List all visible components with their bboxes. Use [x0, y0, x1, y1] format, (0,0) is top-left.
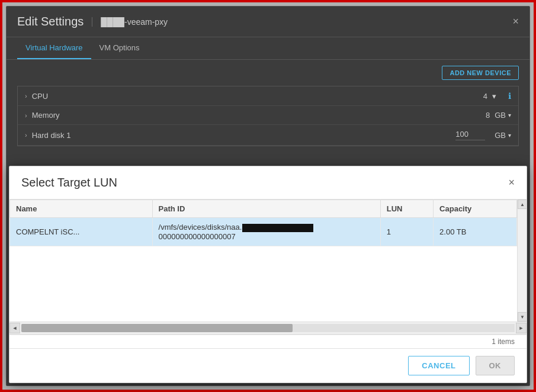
cpu-value: 4	[483, 92, 487, 101]
col-capacity: Capacity	[434, 200, 517, 218]
select-target-lun-footer: CANCEL OK	[9, 348, 527, 383]
hardware-table: › CPU 4 ▾ ℹ › Memory 8 GB ▾ › Hard disk …	[17, 86, 519, 146]
items-count: 1 items	[9, 335, 527, 348]
table-scroll-area: Name Path ID LUN Capacity COMPELNT iSC..…	[9, 200, 517, 322]
path-id-redacted	[242, 224, 313, 232]
memory-value: 8	[486, 111, 490, 120]
edit-settings-tabs: Virtual Hardware VM Options	[7, 37, 529, 60]
scroll-right-button[interactable]: ►	[516, 323, 527, 333]
add-new-device-button[interactable]: ADD NEW DEVICE	[442, 66, 519, 80]
col-name: Name	[10, 200, 153, 218]
select-target-lun-close-icon[interactable]: ×	[508, 176, 515, 189]
edit-settings-subtitle: ████-veeam-pxy	[92, 17, 168, 27]
memory-label: Memory	[32, 111, 486, 120]
row-lun: 1	[380, 218, 433, 246]
red-border-left	[0, 0, 2, 392]
cpu-row: › CPU 4 ▾ ℹ	[18, 86, 518, 106]
scroll-down-button[interactable]: ▼	[518, 312, 527, 322]
hard-disk-expand-icon[interactable]: ›	[25, 131, 27, 139]
hard-disk-unit-arrow: ▾	[508, 132, 511, 139]
cpu-expand-icon[interactable]: ›	[25, 92, 27, 99]
cancel-button[interactable]: CANCEL	[408, 356, 469, 375]
cpu-info-icon: ℹ	[508, 91, 511, 101]
scroll-horizontal-track	[21, 324, 515, 332]
scroll-left-button[interactable]: ◄	[9, 323, 20, 333]
memory-expand-icon[interactable]: ›	[25, 112, 27, 119]
col-path-id: Path ID	[152, 200, 380, 218]
edit-settings-header: Edit Settings ████-veeam-pxy ×	[7, 7, 529, 37]
memory-unit-label: GB	[495, 111, 506, 120]
lun-table-head: Name Path ID LUN Capacity	[10, 200, 517, 218]
tab-vm-options[interactable]: VM Options	[91, 37, 148, 59]
select-target-lun-dialog: Select Target LUN × Name Path ID LUN Cap	[9, 166, 527, 383]
hard-disk-unit-select[interactable]: GB ▾	[495, 131, 511, 140]
edit-settings-title: Edit Settings	[17, 15, 84, 28]
row-capacity: 2.00 TB	[434, 218, 517, 246]
lun-table-header-row: Name Path ID LUN Capacity	[10, 200, 517, 218]
screen-wrapper: Edit Settings ████-veeam-pxy × Virtual H…	[0, 0, 536, 392]
memory-row: › Memory 8 GB ▾	[18, 106, 518, 125]
red-border-right	[534, 0, 536, 392]
ok-button[interactable]: OK	[476, 356, 515, 375]
red-border-bottom	[0, 390, 536, 392]
select-target-lun-title: Select Target LUN	[21, 176, 508, 189]
row-name: COMPELNT iSC...	[10, 218, 153, 246]
tab-virtual-hardware[interactable]: Virtual Hardware	[17, 37, 91, 59]
table-container: Name Path ID LUN Capacity COMPELNT iSC..…	[9, 200, 527, 322]
path-id-prefix: /vmfs/devices/disks/naa.	[159, 223, 242, 232]
hard-disk-label: Hard disk 1	[32, 131, 456, 140]
path-id-suffix: 000000000000000007	[159, 232, 236, 241]
col-lun: LUN	[380, 200, 433, 218]
lun-table: Name Path ID LUN Capacity COMPELNT iSC..…	[9, 200, 517, 246]
memory-unit-arrow: ▾	[508, 112, 511, 118]
hard-disk-value: 100	[455, 130, 485, 140]
cpu-label: CPU	[32, 92, 483, 101]
table-row[interactable]: COMPELNT iSC... /vmfs/devices/disks/naa.…	[10, 218, 517, 246]
scroll-vertical-track	[518, 209, 527, 312]
cpu-dropdown-icon[interactable]: ▾	[492, 92, 496, 101]
hard-disk-row: › Hard disk 1 100 GB ▾	[18, 125, 518, 146]
select-target-lun-body: Name Path ID LUN Capacity COMPELNT iSC..…	[9, 200, 527, 348]
lun-table-wrapper: Name Path ID LUN Capacity COMPELNT iSC..…	[9, 200, 527, 348]
hard-disk-unit-label: GB	[495, 131, 506, 140]
select-target-lun-header: Select Target LUN ×	[9, 166, 527, 200]
edit-settings-toolbar: ADD NEW DEVICE	[7, 60, 529, 86]
scroll-horizontal-thumb	[21, 324, 293, 332]
scroll-up-button[interactable]: ▲	[518, 200, 527, 209]
vertical-scrollbar: ▲ ▼	[517, 200, 527, 322]
horizontal-scrollbar-area: ◄ ►	[9, 322, 527, 335]
row-path-id: /vmfs/devices/disks/naa.0000000000000000…	[152, 218, 380, 246]
red-border-top	[0, 0, 536, 2]
edit-settings-close-icon[interactable]: ×	[512, 15, 519, 28]
lun-table-body: COMPELNT iSC... /vmfs/devices/disks/naa.…	[10, 218, 517, 246]
memory-unit-select[interactable]: GB ▾	[495, 111, 511, 120]
